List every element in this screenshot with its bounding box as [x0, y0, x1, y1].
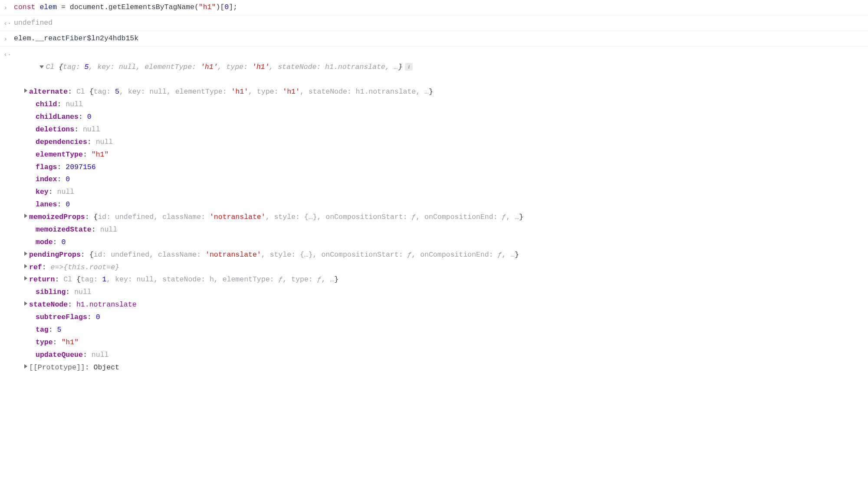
caret-right-icon[interactable]: [24, 301, 27, 306]
property-row-child[interactable]: child: null: [3, 98, 865, 111]
console-output-undefined: undefined: [14, 17, 865, 29]
caret-right-icon[interactable]: [24, 88, 27, 93]
property-key: key: [36, 188, 49, 196]
property-value: Cl {tag: 1, key: null, stateNode: h, ele…: [63, 275, 339, 284]
prompt-out-icon: ‹·: [3, 49, 14, 61]
prompt-out-icon: ‹·: [3, 17, 14, 29]
property-value: 0: [96, 313, 100, 321]
property-value: null: [83, 125, 100, 134]
caret-right-icon[interactable]: [24, 251, 27, 256]
property-key: memoizedState: [36, 225, 92, 234]
property-row-ref[interactable]: ref: e=>{this.root=e}: [3, 261, 865, 274]
property-key: [[Prototype]]: [29, 363, 85, 372]
property-value: {id: undefined, className: 'notranslate'…: [94, 213, 523, 221]
property-row-deletions[interactable]: deletions: null: [3, 124, 865, 136]
console-input-row[interactable]: › elem.__reactFiber$ln2y4hdb15k: [0, 31, 868, 47]
console-input-row[interactable]: › const elem = document.getElementsByTag…: [0, 0, 868, 16]
object-summary: Cl {tag: 5, key: null, elementType: 'h1'…: [46, 63, 402, 71]
property-key: mode: [36, 238, 53, 246]
property-key: memoizedProps: [29, 213, 85, 221]
property-key: return: [29, 275, 55, 284]
property-key: updateQueue: [36, 351, 83, 359]
caret-right-icon[interactable]: [24, 214, 27, 218]
object-summary-row[interactable]: ‹· Cl {tag: 5, key: null, elementType: '…: [3, 49, 865, 86]
property-key: dependencies: [36, 138, 87, 146]
property-value: null: [57, 188, 75, 196]
property-row-sibling[interactable]: sibling: null: [3, 286, 865, 299]
property-value: null: [74, 288, 92, 296]
console-input-code: const elem = document.getElementsByTagNa…: [14, 1, 865, 14]
property-row-stateNode[interactable]: stateNode: h1.notranslate: [3, 299, 865, 311]
property-row-updateQueue[interactable]: updateQueue: null: [3, 349, 865, 362]
property-value: Cl {tag: 5, key: null, elementType: 'h1'…: [76, 88, 433, 96]
property-key: childLanes: [36, 113, 79, 121]
caret-right-icon[interactable]: [24, 276, 27, 281]
property-row-memoizedState[interactable]: memoizedState: null: [3, 224, 865, 236]
property-value: null: [100, 225, 118, 234]
info-icon[interactable]: i: [405, 63, 413, 71]
property-row-subtreeFlags[interactable]: subtreeFlags: 0: [3, 311, 865, 324]
property-key: subtreeFlags: [36, 313, 87, 321]
property-value: null: [66, 100, 83, 108]
property-key: ref: [29, 263, 42, 271]
caret-down-icon[interactable]: [39, 65, 44, 69]
property-value: 0: [66, 175, 70, 183]
property-row-mode[interactable]: mode: 0: [3, 236, 865, 249]
property-row-pendingProps[interactable]: pendingProps: {id: undefined, className:…: [3, 249, 865, 261]
property-row-memoizedProps[interactable]: memoizedProps: {id: undefined, className…: [3, 211, 865, 224]
console-input-code: elem.__reactFiber$ln2y4hdb15k: [14, 33, 865, 45]
property-key: type: [36, 338, 53, 346]
property-value: 0: [87, 113, 92, 121]
property-key: child: [36, 100, 57, 108]
property-value: h1.notranslate: [76, 300, 137, 309]
property-row-elementType[interactable]: elementType: "h1": [3, 149, 865, 161]
property-key: alternate: [29, 88, 68, 96]
property-value: "h1": [92, 150, 109, 159]
property-value: null: [96, 138, 113, 146]
property-value: 5: [57, 326, 62, 334]
property-row-dependencies[interactable]: dependencies: null: [3, 136, 865, 149]
property-value: 2097156: [66, 163, 95, 171]
property-value: e=>{this.root=e}: [51, 263, 119, 271]
console-output-row: ‹· undefined: [0, 16, 868, 31]
property-value: Object: [94, 363, 119, 372]
property-row-alternate[interactable]: alternate: Cl {tag: 5, key: null, elemen…: [3, 86, 865, 98]
property-key: stateNode: [29, 300, 68, 309]
property-value: "h1": [61, 338, 79, 346]
property-row-type[interactable]: type: "h1": [3, 336, 865, 349]
property-key: lanes: [36, 200, 57, 209]
console-output-object: ‹· Cl {tag: 5, key: null, elementType: '…: [0, 47, 868, 383]
property-key: sibling: [36, 288, 66, 296]
property-key: flags: [36, 163, 57, 171]
property-row-index[interactable]: index: 0: [3, 173, 865, 186]
property-value: 0: [61, 238, 66, 246]
property-value: null: [92, 351, 109, 359]
property-row-key[interactable]: key: null: [3, 186, 865, 199]
caret-right-icon[interactable]: [24, 264, 27, 268]
property-row-lanes[interactable]: lanes: 0: [3, 199, 865, 211]
property-key: deletions: [36, 125, 74, 134]
property-key: elementType: [36, 150, 83, 159]
prompt-in-icon: ›: [3, 1, 14, 13]
property-key: index: [36, 175, 57, 183]
prompt-in-icon: ›: [3, 33, 14, 45]
property-row-tag[interactable]: tag: 5: [3, 324, 865, 336]
caret-right-icon[interactable]: [24, 364, 27, 369]
property-row-return[interactable]: return: Cl {tag: 1, key: null, stateNode…: [3, 274, 865, 286]
property-value: {id: undefined, className: 'notranslate'…: [89, 251, 519, 259]
property-key: tag: [36, 326, 49, 334]
property-value: 0: [66, 200, 70, 209]
property-key: pendingProps: [29, 251, 81, 259]
property-row-flags[interactable]: flags: 2097156: [3, 161, 865, 174]
property-row-prototype[interactable]: [[Prototype]]: Object: [3, 362, 865, 374]
property-row-childLanes[interactable]: childLanes: 0: [3, 111, 865, 124]
